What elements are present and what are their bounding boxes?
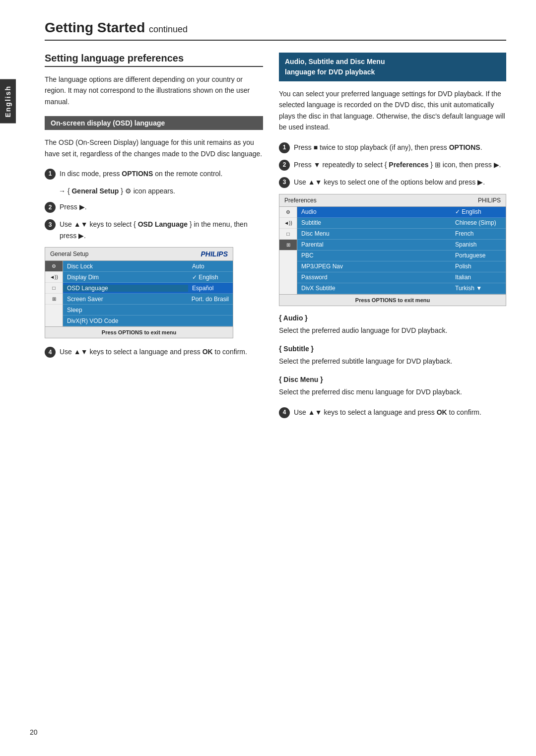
right-step-2-content: Press ▼ repeatedly to select { Preferenc…: [294, 159, 506, 171]
right-step-4-content: Use ▲▼ keys to select a language and pre…: [294, 407, 506, 418]
pref-icon-4: ⊞: [279, 240, 297, 251]
step-1-right: 1 Press ■ twice to stop playback (if any…: [279, 142, 506, 153]
menu-item-disc-lock: Disc Lock Auto: [63, 261, 233, 272]
pref-items-col: Audio ✓ English Subtitle Chinese (Simp) …: [297, 207, 506, 294]
page-title-continued: continued: [149, 24, 188, 34]
section-heading-left: Setting language preferences: [45, 53, 263, 67]
step-2-right: 2 Press ▼ repeatedly to select { Prefere…: [279, 159, 506, 171]
pref-item-audio: Audio ✓ English: [297, 207, 506, 218]
right-step-3-content: Use ▲▼ keys to select one of the options…: [294, 177, 506, 188]
audio-text: Select the preferred audio language for …: [279, 325, 506, 336]
right-step-number-3: 3: [279, 177, 290, 188]
pref-item-subtitle: Subtitle Chinese (Simp): [297, 218, 506, 229]
intro-text-left: The language options are different depen…: [45, 74, 263, 107]
preferences-menu-table: Preferences PHILIPS ⚙ ◄)) □ ⊞ Audio ✓ En…: [279, 194, 506, 306]
step-number-1: 1: [45, 169, 56, 180]
menu-title: General Setup: [50, 251, 88, 257]
philips-logo-left: PHILIPS: [201, 250, 228, 258]
pref-item-mp3: MP3/JPEG Nav Polish: [297, 261, 506, 272]
subtitle-heading: { Subtitle }: [279, 345, 506, 353]
step-2-left: 2 Press ▶.: [45, 201, 263, 213]
menu-table-header: General Setup PHILIPS: [45, 248, 233, 261]
left-column: Setting language preferences The languag…: [45, 53, 263, 424]
menu-table-body: ⚙ ◄)) □ ⊞ Disc Lock Auto Display Dim ✓ E…: [45, 261, 233, 326]
menu-item-osd-language: OSD Language Español: [63, 283, 233, 294]
pref-icon-1: ⚙: [279, 207, 297, 218]
menu-item-screen-saver: Screen Saver Port. do Brasil: [63, 294, 233, 305]
step-2-content: Press ▶.: [60, 201, 263, 213]
step-3-left: 3 Use ▲▼ keys to select { OSD Language }…: [45, 219, 263, 241]
menu-item-display-dim: Display Dim ✓ English: [63, 272, 233, 283]
right-section-heading: Audio, Subtitle and Disc Menu language f…: [279, 53, 506, 81]
page-title: Getting Started continued: [45, 20, 506, 41]
menu-item-divx: DivX(R) VOD Code: [63, 315, 233, 326]
pref-title: Preferences: [284, 197, 317, 204]
pref-menu-footer: Press OPTIONS to exit menu: [279, 294, 506, 306]
subtitle-text: Select the preferred subtitle language f…: [279, 356, 506, 367]
osd-menu-table: General Setup PHILIPS ⚙ ◄)) □ ⊞ Disc Loc…: [45, 247, 233, 338]
menu-icon-3: □: [45, 283, 63, 294]
menu-icon-1: ⚙: [45, 261, 63, 272]
step-3-content: Use ▲▼ keys to select { OSD Language } i…: [60, 219, 263, 241]
right-column: Audio, Subtitle and Disc Menu language f…: [279, 53, 506, 424]
step-1-content: In disc mode, press OPTIONS on the remot…: [60, 168, 263, 180]
disc-menu-heading: { Disc Menu }: [279, 376, 506, 383]
menu-items-col: Disc Lock Auto Display Dim ✓ English OSD…: [63, 261, 233, 326]
right-step-number-1: 1: [279, 142, 290, 153]
step-1-left: 1 In disc mode, press OPTIONS on the rem…: [45, 168, 263, 180]
arrow-bullet: → { General Setup } ⚙ icon appears.: [59, 186, 263, 196]
pref-table-body: ⚙ ◄)) □ ⊞ Audio ✓ English Subtitle Chine…: [279, 207, 506, 294]
osd-body-text: The OSD (On-Screen Display) language for…: [45, 137, 263, 159]
right-intro-text: You can select your preferred language s…: [279, 88, 506, 133]
pref-item-parental: Parental Spanish: [297, 240, 506, 251]
right-step-1-content: Press ■ twice to stop playback (if any),…: [294, 142, 506, 153]
osd-bar-heading: On-screen display (OSD) language: [45, 116, 263, 130]
pref-item-divx: DivX Subtitle Turkish ▼: [297, 283, 506, 294]
step-3-right: 3 Use ▲▼ keys to select one of the optio…: [279, 177, 506, 188]
philips-logo-right: PHILIPS: [478, 197, 501, 204]
step-number-2: 2: [45, 202, 56, 213]
pref-item-disc-menu: Disc Menu French: [297, 229, 506, 240]
pref-icon-3: □: [279, 229, 297, 240]
menu-icons-col: ⚙ ◄)) □ ⊞: [45, 261, 63, 326]
right-step-number-4: 4: [279, 407, 290, 418]
pref-table-header: Preferences PHILIPS: [279, 194, 506, 207]
step-4-content: Use ▲▼ keys to select a language and pre…: [60, 346, 263, 358]
step-number-4: 4: [45, 347, 56, 358]
menu-icon-2: ◄)): [45, 272, 63, 283]
page-number: 20: [30, 728, 38, 736]
menu-item-sleep: Sleep: [63, 305, 233, 315]
right-step-number-2: 2: [279, 160, 290, 171]
step-4-left: 4 Use ▲▼ keys to select a language and p…: [45, 346, 263, 358]
pref-icons-col: ⚙ ◄)) □ ⊞: [279, 207, 297, 294]
pref-item-pbc: PBC Portuguese: [297, 251, 506, 261]
step-number-3: 3: [45, 219, 56, 230]
disc-menu-text: Select the preferred disc menu language …: [279, 386, 506, 397]
pref-icon-2: ◄)): [279, 218, 297, 229]
pref-item-password: Password Italian: [297, 272, 506, 283]
menu-icon-4: ⊞: [45, 294, 63, 305]
menu-footer-left: Press OPTIONS to exit menu: [45, 326, 233, 338]
audio-heading: { Audio }: [279, 314, 506, 322]
step-4-right: 4 Use ▲▼ keys to select a language and p…: [279, 407, 506, 418]
